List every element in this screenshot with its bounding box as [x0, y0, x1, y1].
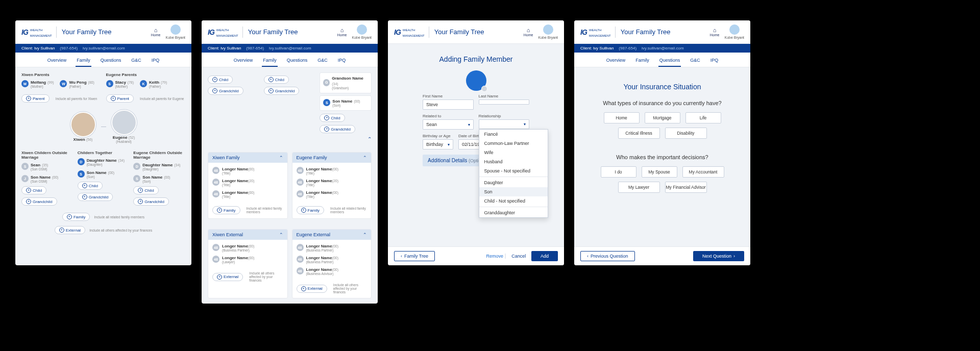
- next-question-button[interactable]: Next Question›: [693, 251, 744, 261]
- tab-family[interactable]: Family: [76, 56, 91, 67]
- dd-option[interactable]: Granddaughter: [479, 208, 548, 217]
- dd-option[interactable]: Fiancé: [479, 130, 548, 139]
- list-item[interactable]: 48Longer Name(00)(Title): [212, 166, 283, 175]
- option-chip[interactable]: My Spouse: [642, 166, 677, 178]
- home-button[interactable]: ⌂Home: [710, 27, 720, 37]
- collapse-icon[interactable]: ⌃: [320, 136, 372, 142]
- list-item[interactable]: 48Longer Name(00)(Lawyer): [212, 255, 283, 264]
- add-child-button[interactable]: +Child: [21, 186, 46, 194]
- user-menu[interactable]: Kobe Bryant: [352, 24, 372, 39]
- avatar-upload[interactable]: [466, 70, 486, 91]
- person[interactable]: K Keith (79)(Father): [140, 79, 167, 88]
- person[interactable]: M Meifang (99)(Mother): [21, 79, 54, 88]
- tab-questions[interactable]: Questions: [100, 56, 122, 67]
- add-grandchild-button[interactable]: +Grandchild: [133, 197, 169, 206]
- tab-ipq[interactable]: IPQ: [709, 56, 720, 67]
- add-child-button[interactable]: +Child: [78, 182, 103, 190]
- add-family-button[interactable]: +Family: [297, 206, 325, 214]
- option-chip[interactable]: Home: [604, 112, 640, 123]
- dd-option[interactable]: Child - Not specified: [479, 196, 548, 206]
- list-item[interactable]: 48Longer Name(00)(Business Advisor): [297, 266, 368, 275]
- list-item[interactable]: 48Longer Name(00)(Business Partner): [297, 243, 368, 252]
- primary-avatar[interactable]: [70, 112, 96, 137]
- add-grandchild-button[interactable]: +Grandchild: [320, 125, 355, 133]
- person[interactable]: W Wu Peng (80)(Father): [60, 79, 94, 88]
- add-parent-button[interactable]: +Parent: [21, 94, 50, 103]
- prev-question-button[interactable]: ‹Previous Question: [580, 251, 635, 261]
- add-grandchild-button[interactable]: +Grandchild: [21, 197, 57, 206]
- dd-option[interactable]: Wife: [479, 148, 548, 157]
- relationship-select[interactable]: ▾: [479, 119, 530, 129]
- tab-overview[interactable]: Overview: [46, 56, 68, 67]
- option-chip[interactable]: I do: [601, 166, 636, 178]
- list-item[interactable]: 48Longer Name(00)(Title): [212, 189, 283, 198]
- dob-mode-select[interactable]: Birthday▾: [423, 139, 453, 149]
- home-button[interactable]: ⌂ Home: [151, 27, 161, 37]
- add-child-button[interactable]: +Child: [320, 114, 345, 122]
- option-chip[interactable]: My Accountant: [682, 166, 724, 178]
- add-child-button[interactable]: +Child: [133, 186, 158, 194]
- list-item[interactable]: 48Longer Name(00)(Business Partner): [297, 255, 368, 264]
- add-family-button[interactable]: +Family: [62, 213, 90, 221]
- tab-gc[interactable]: G&C: [316, 56, 329, 67]
- tab-questions[interactable]: Questions: [286, 56, 309, 67]
- option-chip[interactable]: Disability: [665, 128, 707, 139]
- chevron-up-icon[interactable]: ⌃: [363, 232, 367, 237]
- add-child-button[interactable]: +Child: [208, 76, 233, 84]
- list-item[interactable]: 48Longer Name(00)(Title): [297, 166, 368, 175]
- add-child-button[interactable]: +Child: [264, 76, 289, 84]
- list-item[interactable]: 48Longer Name(20)(Title): [297, 178, 368, 187]
- tab-family[interactable]: Family: [262, 56, 278, 67]
- dd-option[interactable]: Son: [479, 187, 548, 196]
- list-item[interactable]: 48Longer Name(00)(Business Partner): [212, 243, 283, 252]
- option-chip[interactable]: My Lawyer: [618, 182, 660, 193]
- spouse-avatar[interactable]: [111, 110, 137, 135]
- related-to-select[interactable]: Sean▾: [423, 119, 474, 130]
- tab-overview[interactable]: Overview: [605, 56, 627, 67]
- last-name-input[interactable]: [479, 99, 530, 105]
- person[interactable]: SSon Name (00)(Son): [133, 174, 185, 183]
- chevron-up-icon[interactable]: ⌃: [363, 155, 367, 160]
- add-external-button[interactable]: +External: [55, 226, 85, 234]
- person[interactable]: SSon Name (00)(Son): [78, 169, 130, 179]
- home-button[interactable]: ⌂Home: [337, 27, 347, 37]
- add-external-button[interactable]: +External: [212, 273, 243, 281]
- tab-ipq[interactable]: IPQ: [337, 56, 347, 67]
- dd-option[interactable]: Common-Law Partner: [479, 139, 548, 148]
- user-menu[interactable]: Kobe Bryant: [165, 24, 185, 39]
- person[interactable]: SSon Name (00)(Son): [323, 98, 368, 107]
- tab-questions[interactable]: Questions: [658, 56, 681, 67]
- dd-option[interactable]: Husband: [479, 157, 548, 166]
- remove-link[interactable]: Remove: [486, 254, 504, 259]
- dd-option[interactable]: Daughter: [479, 178, 548, 187]
- tab-gc[interactable]: G&C: [130, 56, 142, 67]
- add-parent-button[interactable]: +Parent: [106, 94, 134, 103]
- person[interactable]: GGrandson Name (34)(Grandson): [323, 75, 368, 90]
- home-button[interactable]: ⌂Home: [524, 27, 533, 37]
- cancel-link[interactable]: Cancel: [511, 254, 526, 259]
- person[interactable]: DDaughter Name (34)(Daughter): [133, 162, 185, 171]
- person[interactable]: JSon Name (00)(Son OSM): [21, 174, 74, 183]
- user-menu[interactable]: Kobe Bryant: [538, 24, 558, 39]
- add-family-button[interactable]: +Family: [212, 206, 240, 214]
- tab-gc[interactable]: G&C: [689, 56, 701, 67]
- dd-option[interactable]: Spouse - Not specified: [479, 166, 548, 176]
- person[interactable]: SSean (35)(Son OSM): [21, 162, 74, 171]
- tab-family[interactable]: Family: [634, 56, 650, 67]
- add-grandchild-button[interactable]: +Grandchild: [78, 193, 113, 201]
- person[interactable]: S Stacy (78)(Mother): [106, 79, 134, 88]
- tab-overview[interactable]: Overview: [233, 56, 254, 67]
- chevron-up-icon[interactable]: ⌃: [279, 155, 283, 160]
- list-item[interactable]: 48Longer Name(20)(Title): [212, 178, 283, 187]
- add-grandchild-button[interactable]: +Grandchild: [208, 87, 243, 95]
- option-chip[interactable]: Critical Illness: [618, 128, 660, 139]
- person[interactable]: DDaughter Name (34)(Daughter): [78, 157, 130, 166]
- first-name-input[interactable]: Steve: [423, 99, 474, 110]
- user-menu[interactable]: Kobe Bryant: [724, 24, 744, 39]
- tab-ipq[interactable]: IPQ: [151, 56, 161, 67]
- option-chip[interactable]: Mortgage: [645, 112, 680, 123]
- option-chip[interactable]: My Financial Advisor: [665, 182, 707, 193]
- add-button[interactable]: Add: [531, 251, 558, 261]
- list-item[interactable]: 48Longer Name(00)(Title): [297, 189, 368, 198]
- add-external-button[interactable]: +External: [297, 285, 327, 293]
